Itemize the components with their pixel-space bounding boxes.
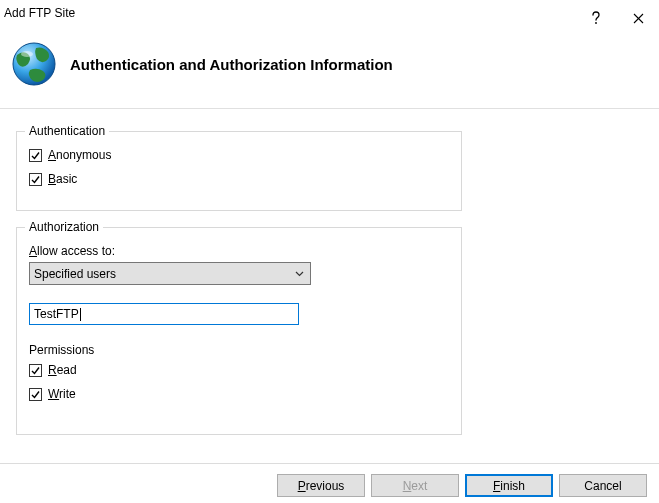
users-input[interactable]: TestFTP <box>29 303 299 325</box>
wizard-footer: Previous Next Finish Cancel <box>0 464 659 503</box>
svg-point-4 <box>21 51 33 57</box>
content-area: Authentication Anonymous Basic Authoriza… <box>0 109 659 459</box>
chevron-down-icon <box>295 271 304 277</box>
next-button: Next <box>371 474 459 497</box>
help-icon <box>591 11 601 25</box>
authentication-group: Authentication Anonymous Basic <box>16 131 462 211</box>
write-checkbox[interactable]: Write <box>29 387 449 401</box>
write-label: Write <box>48 387 76 401</box>
text-caret <box>80 308 81 321</box>
page-title: Authentication and Authorization Informa… <box>70 56 393 73</box>
window-title: Add FTP Site <box>4 6 575 20</box>
allow-access-value: Specified users <box>34 267 116 281</box>
svg-point-0 <box>595 22 597 24</box>
checkbox-icon <box>29 149 42 162</box>
title-bar: Add FTP Site <box>0 0 659 32</box>
authorization-label: Authorization <box>25 220 103 234</box>
previous-button[interactable]: Previous <box>277 474 365 497</box>
basic-label: Basic <box>48 172 77 186</box>
checkbox-icon <box>29 364 42 377</box>
help-button[interactable] <box>575 6 617 30</box>
users-input-value: TestFTP <box>34 307 79 321</box>
cancel-button[interactable]: Cancel <box>559 474 647 497</box>
checkbox-icon <box>29 388 42 401</box>
read-checkbox[interactable]: Read <box>29 363 449 377</box>
authorization-group: Authorization Allow access to: Specified… <box>16 227 462 435</box>
basic-checkbox[interactable]: Basic <box>29 172 449 186</box>
close-icon <box>633 13 644 24</box>
anonymous-label: Anonymous <box>48 148 111 162</box>
allow-access-select[interactable]: Specified users <box>29 262 311 285</box>
anonymous-checkbox[interactable]: Anonymous <box>29 148 449 162</box>
close-button[interactable] <box>617 6 659 30</box>
read-label: Read <box>48 363 77 377</box>
globe-icon <box>8 38 60 90</box>
authentication-label: Authentication <box>25 124 109 138</box>
allow-access-label: Allow access to: <box>29 244 449 258</box>
finish-button[interactable]: Finish <box>465 474 553 497</box>
wizard-header: Authentication and Authorization Informa… <box>0 32 659 108</box>
permissions-label: Permissions <box>29 343 449 357</box>
checkbox-icon <box>29 173 42 186</box>
